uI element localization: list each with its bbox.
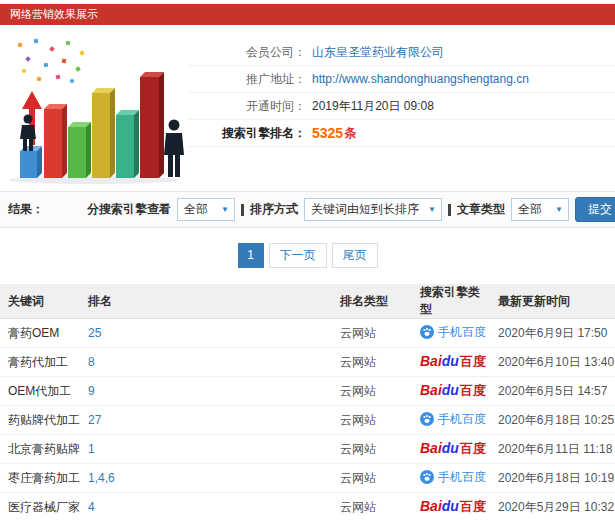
rank-count-value: 5325 — [312, 125, 343, 141]
table-header-row: 关键词 排名 排名类型 搜索引擎类型 最新更新时间 — [0, 284, 615, 319]
rank-type-cell: 云网站 — [332, 464, 412, 493]
rank-cell[interactable]: 27 — [80, 406, 332, 435]
engine-select-value: 全部 — [184, 201, 208, 218]
keyword-cell: 膏药OEM — [0, 319, 80, 348]
engine-cell: Baidu百度 — [412, 493, 490, 520]
keyword-cell: 北京膏药贴牌 — [0, 435, 80, 464]
engine-cell: 手机百度 — [412, 406, 490, 435]
keyword-cell: 枣庄膏药加工 — [0, 464, 80, 493]
filter-bar: 结果： 分搜索引擎查看 全部 ▼ 排序方式 关键词由短到长排序 ▼ 文章类型 全… — [0, 192, 615, 228]
updated-time-cell: 2020年6月18日 10:19 — [490, 464, 615, 493]
sort-select-value: 关键词由短到长排序 — [311, 201, 419, 218]
info-row-company: 会员公司： 山东皇圣堂药业有限公司 — [188, 39, 615, 66]
account-info-section: 会员公司： 山东皇圣堂药业有限公司 推广地址： http://www.shand… — [0, 25, 615, 192]
chevron-down-icon: ▼ — [428, 205, 436, 214]
promo-url-link[interactable]: http://www.shandonghuangshengtang.cn — [312, 72, 529, 86]
rank-type-cell: 云网站 — [332, 493, 412, 520]
bar-chart-illustration — [4, 33, 188, 185]
keyword-cell: 药贴牌代加工 — [0, 406, 80, 435]
table-row: 药贴牌代加工 27 云网站 手机百度 2020年6月18日 10:25 — [0, 406, 615, 435]
open-time-value: 2019年11月20日 09:08 — [312, 98, 434, 115]
engine-select[interactable]: 全部 ▼ — [177, 198, 235, 221]
chevron-down-icon: ▼ — [221, 205, 229, 214]
page-header: 网络营销效果展示 — [0, 4, 615, 25]
marketing-results-page: 网络营销效果展示 — [0, 0, 615, 520]
table-row: 膏药代加工 8 云网站 Baidu百度 2020年6月10日 13:40 — [0, 348, 615, 377]
rank-type-cell: 云网站 — [332, 406, 412, 435]
submit-button[interactable]: 提交 — [575, 197, 615, 222]
businessman-right-silhouette — [164, 120, 184, 178]
table-row: 医疗器械厂家 4 云网站 Baidu百度 2020年5月29日 10:32 — [0, 493, 615, 520]
mobile-baidu-logo: 手机百度 — [420, 411, 486, 428]
updated-time-cell: 2020年6月9日 17:50 — [490, 319, 615, 348]
updated-time-cell: 2020年6月11日 11:18 — [490, 435, 615, 464]
col-header-engine-type: 搜索引擎类型 — [412, 284, 490, 319]
rank-type-cell: 云网站 — [332, 348, 412, 377]
updated-time-cell: 2020年6月10日 13:40 — [490, 348, 615, 377]
article-type-value: 全部 — [518, 201, 542, 218]
company-label: 会员公司： — [188, 44, 306, 61]
col-header-rank-type: 排名类型 — [332, 284, 412, 319]
rank-cell[interactable]: 9 — [80, 377, 332, 406]
engine-filter-label: 分搜索引擎查看 — [87, 201, 171, 218]
rank-cell[interactable]: 1,4,6 — [80, 464, 332, 493]
result-label: 结果： — [8, 201, 44, 218]
mobile-baidu-icon — [420, 470, 434, 484]
marketing-chart-graphic — [4, 33, 188, 185]
updated-time-cell: 2020年6月18日 10:25 — [490, 406, 615, 435]
sort-filter-label: 排序方式 — [250, 201, 298, 218]
account-details: 会员公司： 山东皇圣堂药业有限公司 推广地址： http://www.shand… — [188, 33, 615, 185]
rank-cell[interactable]: 4 — [80, 493, 332, 520]
bars — [20, 72, 164, 178]
mobile-baidu-logo: 手机百度 — [420, 469, 486, 486]
rank-cell[interactable]: 8 — [80, 348, 332, 377]
engine-cell: 手机百度 — [412, 464, 490, 493]
updated-time-cell: 2020年5月29日 10:32 — [490, 493, 615, 520]
open-time-label: 开通时间： — [188, 98, 306, 115]
table-row: 膏药OEM 25 云网站 手机百度 2020年6月9日 17:50 — [0, 319, 615, 348]
engine-cell: Baidu百度 — [412, 377, 490, 406]
col-header-keyword: 关键词 — [0, 284, 80, 319]
info-row-rank-count: 搜索引擎排名： 5325 条 — [188, 120, 615, 147]
results-table: 关键词 排名 排名类型 搜索引擎类型 最新更新时间 膏药OEM 25 云网站 手… — [0, 284, 615, 520]
info-row-open-time: 开通时间： 2019年11月20日 09:08 — [188, 93, 615, 120]
chevron-down-icon: ▼ — [555, 205, 563, 214]
confetti-decoration — [17, 39, 84, 83]
baidu-logo: Baidu百度 — [420, 353, 486, 371]
rank-count-unit: 条 — [344, 125, 356, 142]
page-title: 网络营销效果展示 — [10, 8, 98, 20]
mobile-baidu-icon — [420, 412, 434, 426]
page-number-current[interactable]: 1 — [238, 243, 264, 268]
rank-count-label: 搜索引擎排名： — [188, 125, 306, 142]
promo-url-label: 推广地址： — [188, 71, 306, 88]
rank-type-cell: 云网站 — [332, 435, 412, 464]
pagination: 1 下一页 尾页 — [0, 228, 615, 284]
col-header-rank: 排名 — [80, 284, 332, 319]
separator — [448, 204, 451, 216]
company-link[interactable]: 山东皇圣堂药业有限公司 — [312, 44, 444, 61]
last-page-button[interactable]: 尾页 — [332, 243, 378, 268]
keyword-cell: 膏药代加工 — [0, 348, 80, 377]
rank-cell[interactable]: 25 — [80, 319, 332, 348]
next-page-button[interactable]: 下一页 — [269, 243, 327, 268]
article-type-select[interactable]: 全部 ▼ — [511, 198, 569, 221]
info-row-url: 推广地址： http://www.shandonghuangshengtang.… — [188, 66, 615, 93]
filter-controls: 分搜索引擎查看 全部 ▼ 排序方式 关键词由短到长排序 ▼ 文章类型 全部 ▼ … — [87, 197, 615, 222]
rank-type-cell: 云网站 — [332, 377, 412, 406]
sort-select[interactable]: 关键词由短到长排序 ▼ — [304, 198, 442, 221]
engine-cell: Baidu百度 — [412, 348, 490, 377]
table-row: OEM代加工 9 云网站 Baidu百度 2020年6月5日 14:57 — [0, 377, 615, 406]
mobile-baidu-icon — [420, 325, 434, 339]
rank-cell[interactable]: 1 — [80, 435, 332, 464]
mobile-baidu-logo: 手机百度 — [420, 324, 486, 341]
keyword-cell: 医疗器械厂家 — [0, 493, 80, 520]
updated-time-cell: 2020年6月5日 14:57 — [490, 377, 615, 406]
separator — [241, 204, 244, 216]
keyword-cell: OEM代加工 — [0, 377, 80, 406]
baidu-logo: Baidu百度 — [420, 440, 486, 458]
rank-type-cell: 云网站 — [332, 319, 412, 348]
engine-cell: Baidu百度 — [412, 435, 490, 464]
table-row: 北京膏药贴牌 1 云网站 Baidu百度 2020年6月11日 11:18 — [0, 435, 615, 464]
article-type-label: 文章类型 — [457, 201, 505, 218]
table-row: 枣庄膏药加工 1,4,6 云网站 手机百度 2020年6月18日 10:19 — [0, 464, 615, 493]
